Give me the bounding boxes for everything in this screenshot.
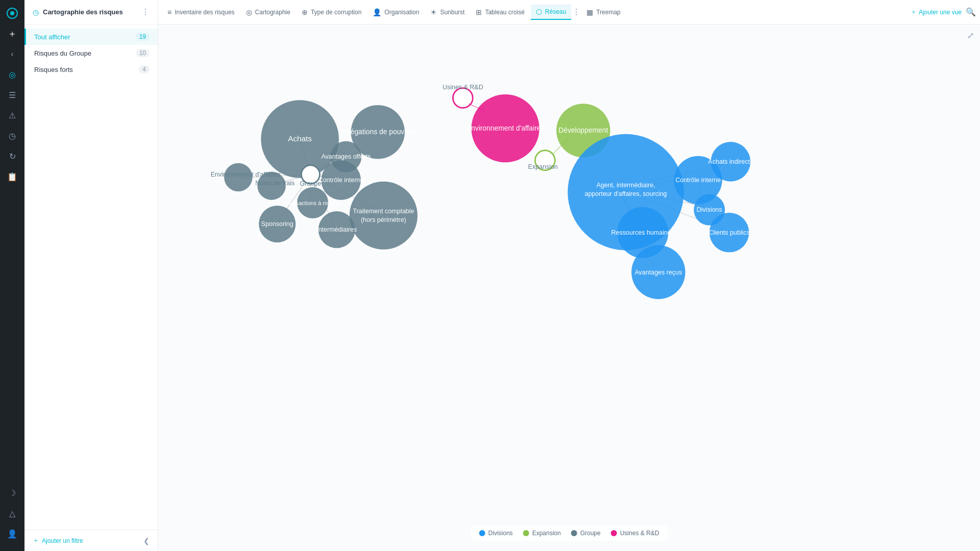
- add-button[interactable]: ＋: [3, 24, 21, 43]
- legend-label: Expansion: [532, 530, 561, 537]
- svg-text:Traitement comptable: Traitement comptable: [353, 208, 414, 215]
- nav-icon-reseau: ⬡: [536, 8, 542, 16]
- top-nav: ≡ Inventaire des risques ◎ Cartographie …: [158, 0, 980, 24]
- nav-more-icon[interactable]: ⋮: [572, 7, 580, 17]
- main-content: ≡ Inventaire des risques ◎ Cartographie …: [158, 0, 980, 551]
- sidebar-title: Cartographie des risques: [43, 8, 137, 16]
- svg-text:Contrôle interne: Contrôle interne: [318, 177, 364, 184]
- svg-text:(hors périmètre): (hors périmètre): [361, 216, 406, 223]
- legend-dot: [571, 530, 577, 536]
- svg-text:Développement: Développement: [558, 126, 608, 134]
- list-icon[interactable]: ☰: [3, 86, 21, 104]
- filter-count: 10: [136, 49, 150, 57]
- sidebar-filters: Tout afficher 19 Risques du Groupe 10 Ri…: [24, 24, 158, 530]
- svg-text:Ressources humaines: Ressources humaines: [611, 229, 675, 236]
- nav-label-organisation: Organisation: [384, 9, 419, 16]
- book-icon[interactable]: 📋: [3, 167, 21, 186]
- svg-text:Usines & R&D: Usines & R&D: [443, 84, 483, 91]
- nav-item-cartographie[interactable]: ◎ Cartographie: [241, 5, 296, 19]
- svg-text:Divisions: Divisions: [697, 206, 722, 213]
- nav-item-treemap[interactable]: ▦ Treemap: [581, 5, 626, 19]
- legend-label: Divisions: [488, 530, 513, 537]
- add-view-label: Ajouter une vue: [919, 9, 962, 16]
- canvas-area: ⤢: [158, 24, 980, 551]
- nav-item-type-corruption[interactable]: ⊕ Type de corruption: [297, 5, 366, 19]
- dashboard-icon[interactable]: ◎: [3, 65, 21, 84]
- clock-icon[interactable]: ◷: [3, 127, 21, 145]
- svg-text:Avantages offerts: Avantages offerts: [321, 153, 371, 160]
- moon-icon[interactable]: ☽: [3, 484, 21, 502]
- legend-dot: [479, 530, 485, 536]
- add-filter-button[interactable]: ＋ Ajouter un filtre: [33, 536, 83, 545]
- svg-text:Délégations de pouvoirs: Délégations de pouvoirs: [340, 128, 416, 136]
- legend-label: Usines & R&D: [620, 530, 659, 537]
- search-icon[interactable]: 🔍: [966, 7, 976, 17]
- network-visualization: Achats Délégations de pouvoirs Avantages…: [158, 24, 980, 551]
- alert-icon[interactable]: ⚠: [3, 106, 21, 124]
- refresh-icon[interactable]: ↻: [3, 147, 21, 165]
- legend-dot: [611, 530, 617, 536]
- svg-text:Environnement d'affaires: Environnement d'affaires: [211, 171, 281, 178]
- nav-icon-tableau-croise: ⊞: [476, 8, 482, 16]
- svg-text:apporteur d'affaires, sourcing: apporteur d'affaires, sourcing: [584, 190, 667, 197]
- svg-text:Notes de frais: Notes de frais: [255, 180, 295, 187]
- legend-dot: [523, 530, 529, 536]
- svg-text:Groupe: Groupe: [300, 180, 322, 187]
- app-logo: [3, 4, 21, 22]
- svg-text:Transactions à risques: Transactions à risques: [284, 200, 341, 206]
- sidebar-filter-item[interactable]: Tout afficher 19: [24, 29, 158, 45]
- nav-icon-organisation: 👤: [373, 8, 381, 16]
- svg-text:Avantages reçus: Avantages reçus: [634, 269, 682, 276]
- sidebar: ◷ Cartographie des risques ⋮ Tout affich…: [24, 0, 158, 551]
- filter-label: Risques forts: [34, 66, 139, 73]
- sidebar-bottom: ＋ Ajouter un filtre ❮: [24, 530, 158, 551]
- expand-icon[interactable]: ⤢: [967, 31, 974, 40]
- add-view-button[interactable]: ＋ Ajouter une vue: [911, 8, 962, 16]
- nav-item-inventaire[interactable]: ≡ Inventaire des risques: [162, 5, 240, 19]
- add-filter-label: Ajouter un filtre: [42, 537, 83, 544]
- nav-item-tableau-croise[interactable]: ⊞ Tableau croisé: [471, 5, 529, 19]
- svg-text:Achats: Achats: [288, 134, 312, 143]
- nav-item-reseau[interactable]: ⬡ Réseau: [531, 5, 571, 20]
- collapse-sidebar-button[interactable]: ❮: [143, 537, 150, 545]
- sidebar-header: ◷ Cartographie des risques ⋮: [24, 0, 158, 24]
- plus-icon: ＋: [911, 8, 917, 16]
- nav-item-organisation[interactable]: 👤 Organisation: [368, 5, 424, 19]
- plus-icon: ＋: [33, 536, 39, 545]
- svg-text:Expansion: Expansion: [528, 163, 558, 170]
- svg-text:Clients publics: Clients publics: [708, 229, 750, 236]
- nav-label-type-corruption: Type de corruption: [311, 9, 361, 16]
- nav-icon-type-corruption: ⊕: [302, 8, 308, 16]
- node-usines-hub[interactable]: [453, 88, 473, 108]
- nav-item-sunburst[interactable]: ☀ Sunburst: [425, 5, 470, 19]
- legend-label: Groupe: [580, 530, 601, 537]
- svg-text:Achats indirects: Achats indirects: [708, 158, 753, 165]
- warning-icon[interactable]: △: [3, 504, 21, 522]
- sidebar-filter-item[interactable]: Risques du Groupe 10: [24, 45, 158, 61]
- svg-text:Sponsoring: Sponsoring: [261, 220, 293, 228]
- legend-item: Divisions: [479, 530, 513, 537]
- node-traitement-comptable[interactable]: [350, 182, 418, 249]
- svg-text:Agent, intermédiaire,: Agent, intermédiaire,: [596, 182, 655, 189]
- user-icon[interactable]: 👤: [3, 524, 21, 543]
- filter-label: Tout afficher: [34, 33, 136, 41]
- svg-point-1: [10, 11, 14, 15]
- sidebar-header-icon: ◷: [33, 8, 39, 16]
- nav-label-inventaire: Inventaire des risques: [175, 9, 234, 16]
- back-button[interactable]: ‹: [3, 45, 21, 63]
- svg-text:Intermédiaires: Intermédiaires: [316, 226, 357, 233]
- nav-icon-sunburst: ☀: [430, 8, 437, 16]
- filter-count: 19: [136, 33, 150, 41]
- svg-text:Contrôle interne: Contrôle interne: [675, 177, 721, 184]
- sidebar-filter-item[interactable]: Risques forts 4: [24, 61, 158, 78]
- sidebar-menu-icon[interactable]: ⋮: [141, 7, 150, 17]
- filter-count: 4: [139, 65, 150, 73]
- nav-label-tableau-croise: Tableau croisé: [485, 9, 524, 16]
- legend-item: Usines & R&D: [611, 530, 659, 537]
- legend: Divisions Expansion Groupe Usines & R&D: [471, 525, 668, 541]
- icon-bar: ＋ ‹ ◎ ☰ ⚠ ◷ ↻ 📋 ☽ △ 👤: [0, 0, 24, 551]
- nav-right: ＋ Ajouter une vue 🔍: [911, 7, 976, 17]
- svg-text:Environnement d'affaires: Environnement d'affaires: [467, 124, 545, 132]
- nav-icon-treemap: ▦: [586, 8, 593, 16]
- nav-label-treemap: Treemap: [596, 9, 621, 16]
